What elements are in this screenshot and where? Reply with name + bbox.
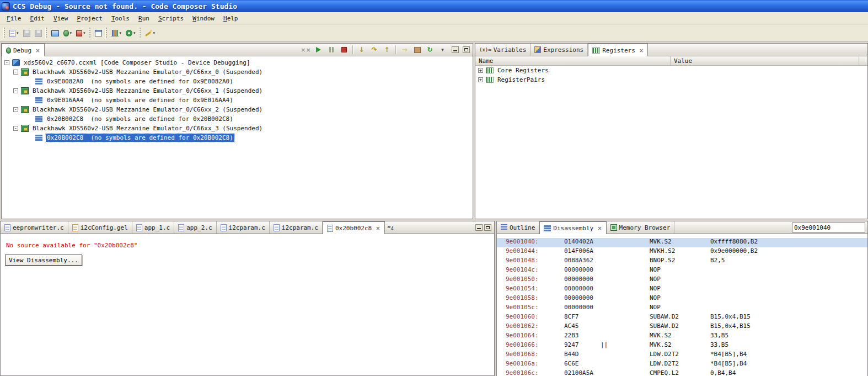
maximize-button[interactable] <box>484 224 491 231</box>
instruction-step-button[interactable]: → <box>399 45 410 55</box>
tree-row-core-1[interactable]: - Blackhawk XDS560v2-USB Mezzanine Emula… <box>2 86 473 96</box>
resume-button[interactable] <box>313 45 324 55</box>
column-header-value[interactable]: Value <box>671 56 859 65</box>
collapse-toggle[interactable]: - <box>13 107 18 112</box>
menu-tools[interactable]: Tools <box>107 13 134 24</box>
toolbar-grip[interactable] <box>89 28 90 39</box>
tab-i2cparam-c-1[interactable]: i2cparam.c <box>217 221 270 234</box>
menu-window[interactable]: Window <box>188 13 219 24</box>
tab-variables[interactable]: (x)= Variables <box>475 44 531 56</box>
disassembly-row[interactable]: 9e001064: 22B3 MVK.S2 33,B5 <box>497 332 867 341</box>
tree-row-core-2[interactable]: - Blackhawk XDS560v2-USB Mezzanine Emula… <box>2 105 473 114</box>
menu-edit[interactable]: Edit <box>26 13 50 24</box>
tab-overflow-chevron[interactable]: 4 <box>387 223 394 231</box>
tree-row-frame[interactable]: 0x9E0082A0 (no symbols are defined for 0… <box>2 77 473 86</box>
view-menu-button[interactable]: ▾ <box>437 45 448 55</box>
tab-i2cconfig-gel[interactable]: i2cConfig.gel <box>68 221 132 234</box>
menu-run[interactable]: Run <box>134 13 154 24</box>
tab-outline[interactable]: Outline <box>497 221 539 234</box>
tree-row-frame[interactable]: 0x20B002C8 (no symbols are defined for 0… <box>2 114 473 124</box>
disassembly-row[interactable]: 9e001050: 00000000 NOP <box>497 276 867 285</box>
close-icon[interactable] <box>639 47 644 54</box>
collapse-toggle[interactable]: - <box>13 70 18 75</box>
close-icon[interactable] <box>376 225 380 231</box>
menu-project[interactable]: Project <box>73 13 107 24</box>
target-config-button[interactable] <box>49 27 61 40</box>
connect-target-icon <box>414 47 421 53</box>
collapse-toggle[interactable]: - <box>4 60 9 65</box>
register-group-row[interactable]: + Core Registers <box>475 66 867 75</box>
wand-button[interactable]: ▾ <box>143 27 158 40</box>
expand-toggle[interactable]: + <box>478 68 483 73</box>
disassembly-row[interactable]: 9e001054: 00000000 NOP <box>497 285 867 294</box>
toolbar-grip[interactable] <box>139 28 141 39</box>
close-icon[interactable] <box>35 47 40 54</box>
remove-all-terminated-button[interactable]: ×× <box>301 45 311 55</box>
column-header-name[interactable]: Name <box>475 56 671 65</box>
disassembly-row[interactable]: 9e001040: 0140402A MVK.S2 0xffff8080,B2 <box>497 238 867 247</box>
disassembly-row[interactable]: 9e00106a: 6C6E LDW.D2T2 *B4[B5],B4 <box>497 360 867 369</box>
profile-button[interactable]: ▾ <box>124 27 138 40</box>
register-group-row[interactable]: + RegisterPairs <box>475 75 867 84</box>
maximize-button[interactable] <box>463 46 470 53</box>
save-all-button[interactable] <box>33 27 44 40</box>
debug-button[interactable]: ▾ <box>61 27 74 40</box>
disassembly-row[interactable]: 9e001066: 9247 || MVK.S2 33,B5 <box>497 341 867 351</box>
tab-registers[interactable]: Registers <box>588 44 648 56</box>
step-into-icon: ↓ <box>358 46 364 54</box>
expand-toggle[interactable]: + <box>478 77 483 82</box>
disassembly-row[interactable]: 9e00106c: 02100A5A CMPEQ.L2 0,B4,B4 <box>497 369 867 376</box>
terminate-button[interactable] <box>339 45 349 55</box>
tree-row-frame[interactable]: 0x9E016AA4 (no symbols are defined for 0… <box>2 96 473 105</box>
connect-target-button[interactable] <box>412 45 422 55</box>
flash-button[interactable]: ▾ <box>74 27 88 40</box>
minimize-button[interactable] <box>452 46 459 53</box>
restart-button[interactable]: ↻ <box>425 45 435 55</box>
menu-view[interactable]: View <box>49 13 73 24</box>
suspend-button[interactable] <box>326 45 336 55</box>
disassembly-row[interactable]: 9e00104c: 00000000 NOP <box>497 266 867 276</box>
disassembly-row[interactable]: 9e001048: 0088A362 BNOP.S2 B2,5 <box>497 257 867 266</box>
save-button[interactable] <box>21 27 33 40</box>
disassembly-row[interactable]: 9e00105c: 00000000 NOP <box>497 304 867 313</box>
disassembly-row[interactable]: 9e001068: B44D LDW.D2T2 *B4[B5],B4 <box>497 351 867 360</box>
toolbar-grip[interactable] <box>45 28 47 39</box>
disasm-mnemonic: SUBAW.D2 <box>650 313 679 320</box>
tab-i2cparam-c-2[interactable]: i2cparam.c <box>270 221 323 234</box>
disassembly-row[interactable]: 9e001044: 014F006A MVKH.S2 0x9e000000,B2 <box>497 247 867 257</box>
collapse-toggle[interactable]: - <box>13 126 18 131</box>
tree-row-frame-selected[interactable]: 0x20B002C8 (no symbols are defined for 0… <box>2 133 473 142</box>
toolbar-grip[interactable] <box>105 28 107 39</box>
tab-expressions[interactable]: Expressions <box>531 44 588 56</box>
tree-row-core-0[interactable]: - Blackhawk XDS560v2-USB Mezzanine Emula… <box>2 67 473 77</box>
view-disassembly-button[interactable]: View Disassembly... <box>5 255 82 266</box>
tab-disassembly[interactable]: Disassembly <box>539 221 606 234</box>
step-over-button[interactable]: ↷ <box>369 45 379 55</box>
tab-eepromwriter-c[interactable]: eepromwriter.c <box>1 221 68 234</box>
tab-app-1-c[interactable]: app_1.c <box>132 221 174 234</box>
step-into-button[interactable]: ↓ <box>356 45 367 55</box>
tree-row-launch[interactable]: - xds560v2_c6670.ccxml [Code Composer St… <box>2 58 473 67</box>
chart-button[interactable]: ▾ <box>109 27 124 40</box>
address-input[interactable] <box>792 223 865 232</box>
collapse-toggle[interactable]: - <box>13 88 18 93</box>
tab-memory-browser[interactable]: Memory Browser <box>607 221 675 234</box>
disassembly-row[interactable]: 9e001062: AC45 SUBAW.D2 B15,0x4,B15 <box>497 322 867 332</box>
tab-app-2-c[interactable]: app_2.c <box>174 221 216 234</box>
step-return-button[interactable]: ↑ <box>382 45 392 55</box>
disassembly-row[interactable]: 9e001058: 00000000 NOP <box>497 294 867 304</box>
disassembly-row[interactable]: 9e001060: 8CF7 SUBAW.D2 B15,0x4,B15 <box>497 313 867 322</box>
toolbar-grip[interactable] <box>3 28 5 39</box>
tab-debug[interactable]: Debug <box>2 44 45 56</box>
new-button[interactable]: ▾ <box>7 27 21 40</box>
disasm-mnemonic: SUBAW.D2 <box>650 322 679 330</box>
tab-0x20b002c8[interactable]: 0x20b002c8 <box>323 221 385 234</box>
tree-row-core-3[interactable]: - Blackhawk XDS560v2-USB Mezzanine Emula… <box>2 124 473 133</box>
close-icon[interactable] <box>597 225 602 231</box>
menu-scripts[interactable]: Scripts <box>154 13 188 24</box>
minimize-button[interactable] <box>475 224 483 231</box>
window-button[interactable] <box>93 27 104 40</box>
menu-help[interactable]: Help <box>219 13 243 24</box>
registers-panel-header: (x)= Variables Expressions Registers <box>475 44 867 56</box>
menu-file[interactable]: File <box>2 13 26 24</box>
